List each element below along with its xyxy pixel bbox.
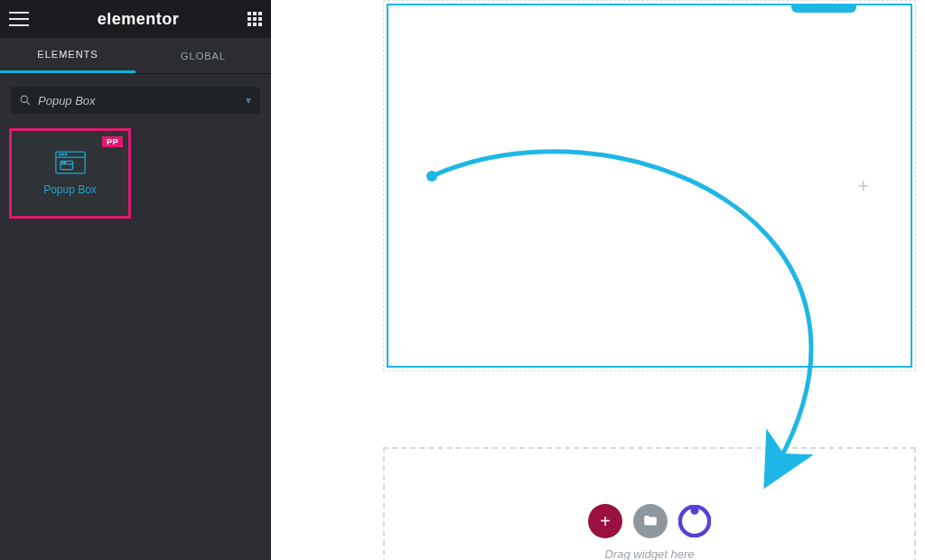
svg-point-12 — [691, 507, 699, 515]
folder-icon — [642, 513, 659, 529]
panel-tabs: ELEMENTS GLOBAL — [0, 38, 271, 74]
svg-line-1 — [27, 102, 30, 105]
search-input[interactable] — [38, 94, 246, 107]
svg-point-4 — [59, 154, 61, 155]
section-handle[interactable] — [791, 4, 856, 13]
search-icon — [20, 95, 31, 106]
svg-point-6 — [65, 154, 67, 155]
widget-grid: PP Popup Box — [0, 123, 271, 224]
section-dashed[interactable]: + — [383, 0, 916, 371]
section-active[interactable]: + — [387, 4, 912, 368]
new-section-dropzone[interactable]: + Drag widget here — [383, 447, 916, 560]
svg-point-10 — [64, 162, 65, 163]
template-library-button[interactable] — [633, 504, 668, 538]
sidebar-header: elementor — [0, 0, 271, 38]
svg-point-9 — [61, 162, 62, 163]
apps-grid-icon[interactable] — [248, 12, 262, 26]
popup-box-icon — [55, 151, 86, 174]
svg-point-5 — [61, 154, 63, 155]
add-section-button[interactable]: + — [588, 504, 622, 538]
search-row: ▾ — [0, 74, 271, 123]
brand-logo: elementor — [29, 10, 248, 29]
widget-badge: PP — [102, 136, 123, 147]
elementor-sidebar: elementor ELEMENTS GLOBAL ▾ PP — [0, 0, 271, 560]
widget-label: Popup Box — [43, 183, 97, 196]
plus-icon: + — [600, 511, 611, 532]
editor-canvas: + + Drag widget here — [271, 0, 925, 560]
dropzone-hint: Drag widget here — [605, 547, 695, 560]
section-outer: + — [383, 0, 916, 371]
chevron-down-icon[interactable]: ▾ — [246, 94, 251, 107]
menu-icon[interactable] — [9, 12, 29, 26]
svg-point-0 — [21, 96, 27, 102]
widget-popup-box[interactable]: PP Popup Box — [9, 128, 131, 219]
powerpack-logo-icon[interactable] — [678, 505, 711, 537]
search-box[interactable]: ▾ — [11, 87, 260, 114]
tab-elements[interactable]: ELEMENTS — [0, 38, 135, 73]
tab-global[interactable]: GLOBAL — [135, 38, 271, 73]
add-column-icon[interactable]: + — [857, 174, 869, 198]
dropzone-buttons: + — [588, 504, 711, 538]
